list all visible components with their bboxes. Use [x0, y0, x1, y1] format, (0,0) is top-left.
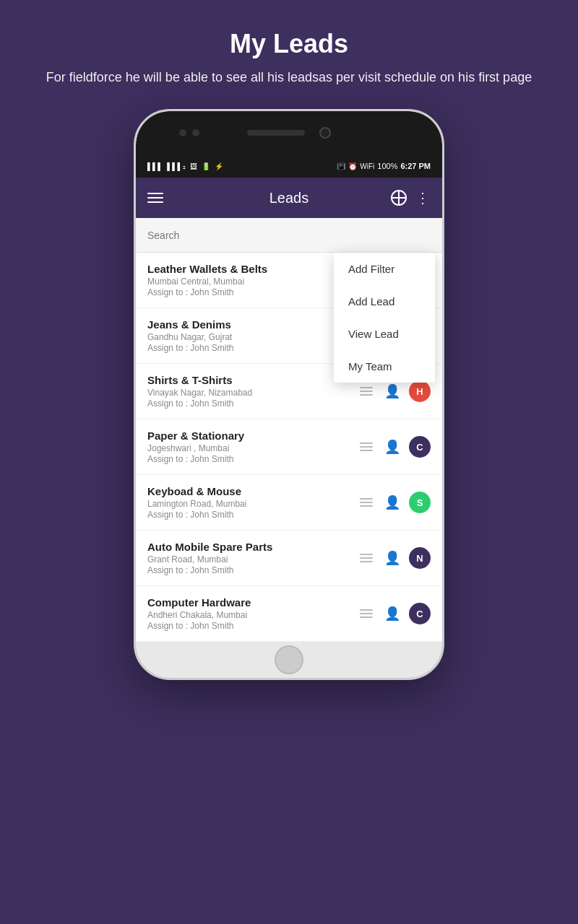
- list-icon[interactable]: [357, 382, 376, 401]
- image-icon: 🖼: [190, 162, 197, 170]
- avatar[interactable]: C: [409, 603, 431, 624]
- lead-info: Jeans & Denims Gandhu Nagar, Gujrat Assi…: [147, 318, 357, 353]
- dropdown-menu: Add FilterAdd LeadView LeadMy Team: [334, 253, 435, 383]
- volume-up-button: [134, 183, 135, 205]
- lead-location: Lamington Road, Mumbai: [147, 499, 357, 509]
- lead-item-actions: 👤 S: [357, 492, 431, 513]
- front-camera: [319, 127, 331, 139]
- battery-icon-small: 🔋: [202, 162, 210, 170]
- sensor-dot-1: [179, 129, 186, 136]
- person-icon[interactable]: 👤: [383, 493, 402, 512]
- list-icon[interactable]: [357, 604, 376, 623]
- lead-name: Jeans & Denims: [147, 318, 357, 331]
- app-screen: Leads ⋮ Leather Wallets & Belts Mumbai C…: [136, 178, 442, 642]
- lead-name: Shirts & T-Shirts: [147, 374, 357, 386]
- dropdown-item[interactable]: Add Filter: [334, 253, 435, 285]
- lead-location: Andheri Chakala, Mumbai: [147, 610, 357, 620]
- lead-item[interactable]: Paper & Stationary Jogeshwari , Mumbai A…: [136, 419, 442, 475]
- dropdown-item[interactable]: View Lead: [334, 318, 435, 350]
- lead-name: Auto Mobile Spare Parts: [147, 541, 357, 553]
- lead-assign: Assign to : John Smith: [147, 565, 357, 575]
- phone-top: [136, 111, 442, 154]
- lead-assign: Assign to : John Smith: [147, 398, 357, 409]
- dropdown-item[interactable]: Add Lead: [334, 285, 435, 318]
- wifi-icon: WiFi: [360, 162, 374, 170]
- globe-icon[interactable]: [391, 190, 407, 206]
- avatar[interactable]: S: [409, 492, 431, 513]
- hamburger-line-3: [147, 201, 163, 203]
- hamburger-line-1: [147, 193, 163, 194]
- list-icon[interactable]: [357, 549, 376, 567]
- signal-icon-1: ▌▌▌: [147, 162, 163, 170]
- lead-info: Paper & Stationary Jogeshwari , Mumbai A…: [147, 430, 357, 464]
- usb-icon: ⚡: [215, 162, 223, 170]
- lead-info: Keyboad & Mouse Lamington Road, Mumbai A…: [147, 485, 357, 520]
- lead-item[interactable]: Auto Mobile Spare Parts Grant Road, Mumb…: [136, 531, 442, 586]
- lead-item-actions: 👤 H: [357, 380, 431, 402]
- volume-down-button: [134, 212, 135, 234]
- lead-info: Auto Mobile Spare Parts Grant Road, Mumb…: [147, 541, 357, 575]
- vibrate-icon: 📳: [337, 162, 345, 170]
- page-header: My Leads For fieldforce he will be able …: [3, 0, 575, 109]
- toolbar: Leads ⋮: [136, 178, 442, 218]
- home-button[interactable]: [275, 645, 303, 674]
- person-icon[interactable]: 👤: [383, 604, 402, 623]
- lead-item-actions: 👤 N: [357, 547, 431, 569]
- lead-assign: Assign to : John Smith: [147, 454, 357, 464]
- lead-location: Jogeshwari , Mumbai: [147, 443, 357, 453]
- dropdown-item[interactable]: My Team: [334, 350, 435, 383]
- toolbar-left: [147, 193, 163, 203]
- lead-item-actions: 👤 C: [357, 436, 431, 458]
- lead-item-actions: 👤 C: [357, 603, 431, 624]
- time-display: 6:27 PM: [400, 162, 431, 170]
- more-options-icon[interactable]: ⋮: [415, 189, 431, 206]
- avatar[interactable]: H: [409, 380, 431, 402]
- lead-name: Computer Hardware: [147, 596, 357, 609]
- lead-item[interactable]: Keyboad & Mouse Lamington Road, Mumbai A…: [136, 475, 442, 531]
- list-icon[interactable]: [357, 493, 376, 512]
- lead-name: Paper & Stationary: [147, 430, 357, 442]
- phone-bottom: [136, 642, 442, 678]
- avatar[interactable]: N: [409, 547, 431, 569]
- battery-percent: 100%: [377, 162, 397, 170]
- status-left: ▌▌▌ ▌▌▌₂ 🖼 🔋 ⚡: [147, 162, 223, 170]
- lead-info: Shirts & T-Shirts Vinayak Nagar, Nizamab…: [147, 374, 357, 409]
- hamburger-menu-button[interactable]: [147, 193, 163, 203]
- signal-icon-2: ▌▌▌₂: [167, 162, 185, 170]
- sensor-dot-2: [192, 129, 199, 136]
- phone: ▌▌▌ ▌▌▌₂ 🖼 🔋 ⚡ 📳 ⏰ WiFi 100% 6:27 PM: [134, 109, 444, 680]
- toolbar-right: ⋮: [391, 189, 431, 206]
- lead-item[interactable]: Computer Hardware Andheri Chakala, Mumba…: [136, 586, 442, 642]
- phone-speaker: [247, 130, 305, 136]
- person-icon[interactable]: 👤: [383, 382, 402, 401]
- lead-info: Computer Hardware Andheri Chakala, Mumba…: [147, 596, 357, 631]
- toolbar-title: Leads: [269, 190, 309, 206]
- search-input[interactable]: [147, 230, 431, 241]
- lead-location: Grant Road, Mumbai: [147, 554, 357, 565]
- lead-assign: Assign to : John Smith: [147, 343, 357, 353]
- person-icon[interactable]: 👤: [383, 437, 402, 456]
- lead-name: Keyboad & Mouse: [147, 485, 357, 497]
- phone-wrapper: ▌▌▌ ▌▌▌₂ 🖼 🔋 ⚡ 📳 ⏰ WiFi 100% 6:27 PM: [0, 109, 578, 924]
- page-title: My Leads: [46, 29, 532, 59]
- alarm-icon: ⏰: [348, 162, 357, 170]
- lead-location: Gandhu Nagar, Gujrat: [147, 332, 357, 342]
- lead-assign: Assign to : John Smith: [147, 621, 357, 631]
- status-bar: ▌▌▌ ▌▌▌₂ 🖼 🔋 ⚡ 📳 ⏰ WiFi 100% 6:27 PM: [136, 154, 442, 178]
- list-icon[interactable]: [357, 437, 376, 456]
- phone-sensors: [179, 129, 199, 136]
- lead-location: Vinayak Nagar, Nizamabad: [147, 388, 357, 398]
- power-button: [443, 198, 444, 227]
- lead-assign: Assign to : John Smith: [147, 510, 357, 520]
- search-bar: [136, 218, 442, 253]
- page-subtitle: For fieldforce he will be able to see al…: [46, 68, 532, 87]
- person-icon[interactable]: 👤: [383, 549, 402, 567]
- avatar[interactable]: C: [409, 436, 431, 458]
- status-right: 📳 ⏰ WiFi 100% 6:27 PM: [337, 162, 431, 170]
- hamburger-line-2: [147, 197, 163, 199]
